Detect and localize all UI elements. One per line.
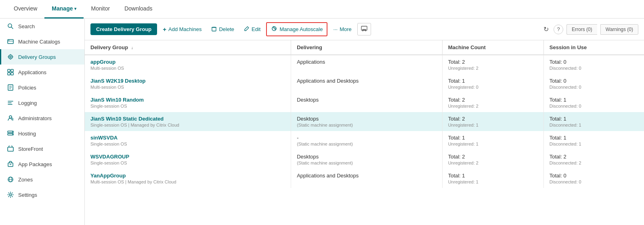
cell-machine-count: Total: 1 Unregistered: 0 [442,74,543,93]
cell-session-in-use: Total: 2 Disconnected: 2 [543,150,644,169]
autoscale-icon [271,25,277,33]
table-row[interactable]: JianS Win10 Random Single-session OS Des… [85,93,644,112]
toolbar-status-area: ↻ ? Errors (0) Warnings (0) [542,24,638,35]
cell-session-in-use: Total: 0 Disconnected: 0 [543,169,644,188]
app-packages-icon [7,160,14,168]
session-total: Total: 0 [550,173,638,179]
delivery-group-sub: Single-session OS [90,142,285,146]
delete-icon [211,26,217,33]
col-header-session-in-use[interactable]: Session in Use [543,40,644,55]
sidebar-item-search[interactable]: Search [0,19,84,34]
delivering-value: - [297,135,436,141]
nav-monitor[interactable]: Monitor [84,0,117,19]
sidebar-item-hosting[interactable]: Hosting [0,126,84,141]
delivery-group-name[interactable]: WSVDAGROUP [90,154,285,160]
sidebar-item-storefront[interactable]: StoreFront [0,141,84,156]
machine-unreg: Unregistered: 1 [448,179,538,184]
delivery-group-sub: Multi-session OS [90,85,285,90]
machine-total: Total: 2 [448,116,538,122]
svg-rect-34 [212,27,216,31]
main-content: Create Delivery Group + Add Machines Del… [85,19,644,225]
col-header-delivering[interactable]: Delivering [291,40,443,55]
machine-total: Total: 1 [448,173,538,179]
sidebar-item-delivery-groups[interactable]: Delivery Groups [0,49,84,65]
table-row[interactable]: YanAppGroup Multi-session OS | Managed b… [85,169,644,188]
storefront-icon [7,145,14,152]
zones-icon [7,176,14,183]
delivering-sub: (Static machine assignment) [297,123,436,127]
help-button[interactable]: ? [554,25,563,34]
delivery-group-name[interactable]: sinWSVDA [90,135,285,141]
cell-delivering: Desktops (Static machine assignment) [291,112,443,131]
sidebar-label-zones: Zones [18,177,33,183]
cell-machine-count: Total: 2 Unregistered: 1 [442,112,543,131]
col-header-machine-count[interactable]: Machine Count [442,40,543,55]
machine-total: Total: 1 [448,135,538,141]
session-disconnected: Disconnected: 0 [550,104,638,108]
create-delivery-group-button[interactable]: Create Delivery Group [90,23,157,35]
refresh-button[interactable]: ↻ [542,24,550,35]
sidebar-label-applications: Applications [18,69,46,75]
table-header-row: Delivery Group ↓ Delivering Machine Coun… [85,40,644,55]
delivery-group-name[interactable]: JianS Win10 Random [90,97,285,103]
delivery-group-name[interactable]: YanAppGroup [90,173,285,179]
sidebar-label-logging: Logging [18,100,37,106]
delivery-groups-table-area: Delivery Group ↓ Delivering Machine Coun… [85,40,644,225]
sidebar-item-machine-catalogs[interactable]: Machine Catalogs [0,34,84,49]
more-button[interactable]: ··· More [329,24,355,35]
sidebar-item-applications[interactable]: Applications [0,65,84,80]
svg-rect-14 [11,73,13,75]
delete-button[interactable]: Delete [207,23,238,35]
table-row[interactable]: JianS Win10 Static Dedicated Single-sess… [85,112,644,131]
edit-button[interactable]: Edit [240,23,264,35]
sidebar-item-settings[interactable]: Settings [0,187,84,202]
table-row[interactable]: JianS W2K19 Desktop Multi-session OS App… [85,74,644,93]
sidebar-label-storefront: StoreFront [18,146,43,152]
col-header-delivery-group[interactable]: Delivery Group ↓ [85,40,291,55]
svg-point-19 [9,116,12,118]
sidebar-item-zones[interactable]: Zones [0,172,84,187]
cell-session-in-use: Total: 1 Disconnected: 1 [543,112,644,131]
settings-icon [7,191,14,198]
sidebar-label-hosting: Hosting [18,131,36,137]
delivery-group-name[interactable]: JianS W2K19 Desktop [90,78,285,84]
session-disconnected: Disconnected: 2 [550,160,638,165]
cell-machine-count: Total: 1 Unregistered: 1 [442,131,543,150]
toolbar: Create Delivery Group + Add Machines Del… [85,19,644,40]
machine-unreg: Unregistered: 2 [448,66,538,71]
sidebar-item-policies[interactable]: Policies [0,80,84,95]
add-machines-button[interactable]: + Add Machines [159,23,206,35]
message-button[interactable] [357,23,371,35]
table-row[interactable]: sinWSVDA Single-session OS - (Static mac… [85,131,644,150]
errors-button[interactable]: Errors (0) [566,24,597,35]
logging-icon [7,99,14,106]
edit-icon [244,26,250,33]
administrators-icon [7,115,14,122]
delivery-group-name[interactable]: JianS Win10 Static Dedicated [90,116,285,122]
sort-icon: ↓ [131,46,133,50]
sidebar-item-app-packages[interactable]: App Packages [0,156,84,172]
svg-rect-11 [8,69,10,72]
cell-delivery-group: JianS W2K19 Desktop Multi-session OS [85,74,291,93]
session-total: Total: 2 [550,154,638,160]
sidebar-item-logging[interactable]: Logging [0,95,84,110]
cell-delivery-group: appGroup Multi-session OS [85,55,291,74]
svg-rect-12 [11,69,13,72]
sidebar-item-administrators[interactable]: Administrators [0,110,84,126]
delivery-group-sub: Single-session OS | Managed by Citrix Cl… [90,123,285,127]
table-row[interactable]: WSVDAGROUP Single-session OS Desktops (S… [85,150,644,169]
cell-session-in-use: Total: 1 Disconnected: 1 [543,131,644,150]
warnings-button[interactable]: Warnings (0) [600,24,638,35]
policies-icon [7,84,14,91]
delivery-group-name[interactable]: appGroup [90,59,285,65]
session-total: Total: 0 [550,59,638,65]
session-total: Total: 1 [550,97,638,103]
table-row[interactable]: appGroup Multi-session OS Applications T… [85,55,644,74]
nav-overview[interactable]: Overview [6,0,44,19]
nav-manage[interactable]: Manage ▾ [44,0,84,19]
hosting-icon [7,130,14,137]
cell-delivery-group: JianS Win10 Static Dedicated Single-sess… [85,112,291,131]
manage-autoscale-button[interactable]: Manage Autoscale [266,22,327,36]
nav-downloads[interactable]: Downloads [117,0,159,19]
delivery-groups-icon [7,53,14,60]
